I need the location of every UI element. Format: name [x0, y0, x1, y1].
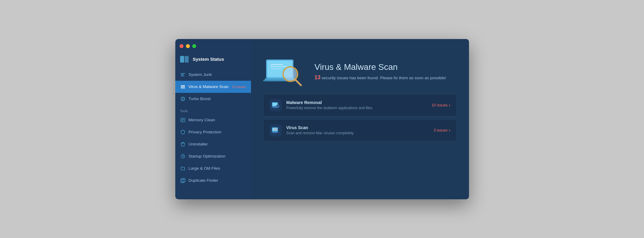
malware-removal-body: Malware Removal Powerfully remove the st…: [286, 100, 427, 110]
sidebar-label-turbo-boost: Turbo Boost: [189, 96, 211, 101]
virus-scan-issues-label: 3 issues: [434, 128, 447, 132]
virus-scan-action[interactable]: 3 issues ›: [434, 128, 450, 133]
sidebar-label-memory-clean: Memory Clean: [189, 118, 215, 122]
hero-title: Virus & Malware Scan: [315, 62, 446, 72]
sidebar-item-large-old-files[interactable]: Large & Old Files: [175, 162, 251, 174]
malware-chevron-icon: ›: [449, 103, 450, 108]
svg-rect-34: [273, 132, 277, 133]
malware-removal-icon: !: [269, 99, 282, 111]
sidebar-label-large-old-files: Large & Old Files: [189, 166, 220, 171]
sidebar-item-privacy-protection[interactable]: Privacy Protection: [175, 126, 251, 138]
duplicate-finder-icon: [180, 178, 186, 183]
sidebar-item-system-junk[interactable]: System Junk: [175, 69, 251, 81]
sidebar-label-startup-optimization: Startup Optimization: [189, 154, 226, 158]
sidebar-nav: System Junk Virus & Malware Scan 13 issu…: [175, 69, 251, 199]
app-window: System Status System Junk: [175, 39, 469, 199]
virus-scan-icon: [180, 84, 186, 90]
malware-removal-card[interactable]: ! Malware Removal Powerfully remove the …: [263, 94, 457, 116]
svg-point-21: [284, 68, 296, 80]
sidebar-label-uninstaller: Uninstaller: [189, 142, 208, 146]
svg-point-35: [274, 129, 275, 130]
sidebar-item-duplicate-finder[interactable]: Duplicate Finder: [175, 174, 251, 187]
hero-illustration: [263, 57, 305, 87]
sidebar-item-startup-optimization[interactable]: Startup Optimization: [175, 150, 251, 162]
cards-section: ! Malware Removal Powerfully remove the …: [263, 94, 457, 144]
svg-rect-33: [271, 132, 279, 132]
hero-text: Virus & Malware Scan 13 security issues …: [315, 62, 446, 81]
content-area: Virus & Malware Scan 13 security issues …: [251, 54, 469, 199]
svg-rect-22: [271, 64, 283, 65]
hero-section: Virus & Malware Scan 13 security issues …: [263, 57, 457, 87]
main-titlebar: [251, 39, 469, 54]
close-button[interactable]: [180, 44, 183, 48]
system-junk-icon: [180, 72, 186, 77]
virus-scan-card-icon: [269, 124, 282, 136]
svg-rect-28: [273, 107, 277, 108]
startup-optimization-icon: [180, 154, 186, 159]
hero-issue-line: 13 security issues has been found. Pleas…: [315, 74, 446, 81]
virus-scan-card[interactable]: Virus Scan Scan and remove Mac viruses c…: [263, 119, 457, 142]
virus-scan-badge: 13 issues: [232, 85, 246, 89]
privacy-protection-icon: [180, 129, 186, 135]
minimize-button[interactable]: [186, 44, 190, 48]
sidebar-label-privacy-protection: Privacy Protection: [189, 130, 222, 134]
svg-rect-1: [181, 74, 184, 75]
virus-scan-card-subtitle: Scan and remove Mac viruses completely.: [286, 131, 429, 135]
main-content: Virus & Malware Scan 13 security issues …: [251, 39, 469, 199]
svg-rect-8: [181, 118, 185, 122]
svg-rect-10: [182, 120, 183, 121]
titlebar: [175, 39, 251, 54]
sidebar-item-turbo-boost[interactable]: Turbo Boost: [175, 93, 251, 105]
maximize-button[interactable]: [192, 44, 196, 48]
svg-rect-11: [181, 143, 184, 146]
tools-section-label: Tools: [175, 105, 251, 114]
malware-removal-subtitle: Powerfully remove the stubborn applicati…: [286, 106, 427, 110]
turbo-boost-icon: [180, 96, 186, 102]
sidebar-item-virus-scan[interactable]: Virus & Malware Scan 13 issues: [175, 81, 251, 93]
svg-rect-23: [271, 66, 287, 67]
malware-issues-label: 10 issues: [431, 103, 447, 107]
svg-line-19: [295, 79, 301, 85]
svg-rect-9: [182, 119, 184, 120]
svg-point-7: [182, 98, 183, 99]
svg-rect-2: [181, 76, 184, 76]
svg-rect-24: [271, 68, 281, 69]
svg-point-37: [276, 129, 277, 130]
svg-rect-4: [181, 86, 185, 87]
svg-rect-0: [181, 73, 185, 74]
sidebar-header: System Status: [175, 54, 251, 69]
sidebar-title: System Status: [193, 57, 224, 62]
virus-scan-card-title: Virus Scan: [286, 125, 429, 130]
virus-scan-chevron-icon: ›: [449, 128, 450, 133]
svg-rect-3: [181, 85, 185, 86]
sidebar-label-virus-scan: Virus & Malware Scan: [189, 84, 229, 89]
large-old-files-icon: [180, 166, 186, 171]
memory-clean-icon: [180, 117, 186, 123]
svg-point-36: [275, 128, 276, 129]
app-logo: [180, 56, 190, 63]
hero-issue-count: 13: [315, 74, 321, 80]
sidebar-item-memory-clean[interactable]: Memory Clean: [175, 114, 251, 126]
virus-scan-body: Virus Scan Scan and remove Mac viruses c…: [286, 125, 429, 135]
uninstaller-icon: [180, 142, 186, 147]
svg-text:!: !: [277, 105, 278, 108]
sidebar-label-duplicate-finder: Duplicate Finder: [189, 178, 218, 183]
sidebar: System Status System Junk: [175, 39, 251, 199]
hero-issue-text: security issues has been found. Please f…: [321, 76, 446, 80]
svg-rect-5: [181, 88, 185, 88]
sidebar-item-uninstaller[interactable]: Uninstaller: [175, 138, 251, 150]
laptop-magnifier-svg: [263, 57, 305, 87]
sidebar-label-system-junk: System Junk: [189, 72, 212, 77]
malware-removal-action[interactable]: 10 issues ›: [431, 103, 450, 108]
malware-removal-title: Malware Removal: [286, 100, 427, 105]
